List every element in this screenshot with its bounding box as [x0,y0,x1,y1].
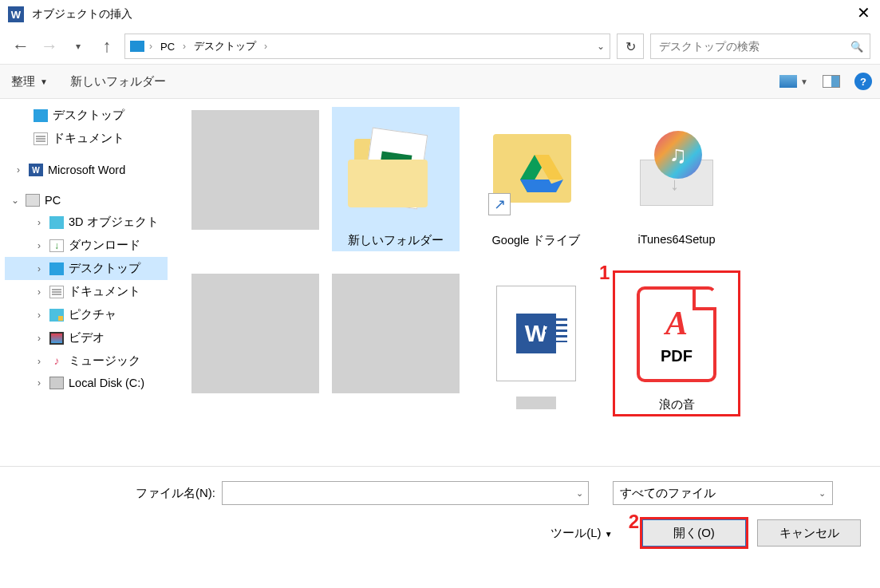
word-icon: W [29,164,43,176]
sidebar-item-pictures[interactable]: › ピクチャ [5,303,168,326]
chevron-right-icon: › [183,41,186,52]
chevron-down-icon: ▼ [605,530,613,539]
file-item-itunes[interactable]: ♫ ↓ iTunes64Setup [613,107,740,251]
chevron-right-icon[interactable]: › [34,217,45,228]
folder-thumb: X [332,110,460,230]
disk-icon [49,377,64,389]
file-thumb-redacted [191,274,319,393]
tree-label: ドキュメント [69,284,140,299]
tree-label: デスクトップ [69,261,140,276]
titlebar: W オブジェクトの挿入 ✕ [0,0,880,29]
address-bar[interactable]: › PC › デスクトップ › ⌄ [124,34,610,59]
chevron-down-icon[interactable]: ⌄ [597,41,605,52]
sidebar-item-music[interactable]: › ♪ ミュージック [5,349,168,373]
view-button[interactable]: ▼ [779,75,808,88]
tools-label: ツール(L) [550,526,601,539]
help-icon[interactable]: ? [854,73,872,90]
back-icon[interactable]: ← [10,36,32,57]
tree-label: 3D オブジェクト [69,215,159,230]
new-folder-label: 新しいフォルダー [70,74,166,89]
new-folder-button[interactable]: 新しいフォルダー [70,74,166,89]
chevron-right-icon[interactable]: › [34,310,45,321]
file-item-pdf-highlighted[interactable]: 1 A PDF 浪の音 [613,270,740,416]
recent-dropdown-icon[interactable]: ▾ [67,41,89,52]
search-input[interactable] [657,39,850,53]
video-icon [49,332,64,345]
cancel-label: キャンセル [779,526,839,541]
chevron-right-icon: › [264,41,267,52]
file-item-redacted[interactable] [191,107,319,251]
sidebar-item-documents[interactable]: ドキュメント [5,127,168,150]
sidebar-item-downloads[interactable]: › ダウンロード [5,234,168,257]
cancel-button[interactable]: キャンセル [757,519,861,547]
refresh-icon[interactable]: ↻ [617,34,644,59]
breadcrumb-desktop[interactable]: デスクトップ [191,39,259,53]
tree-label: Local Disk (C:) [69,377,144,389]
sidebar-item-desktop-selected[interactable]: › デスクトップ [5,257,168,280]
file-filter-combo[interactable]: すべてのファイル ⌄ [613,481,833,505]
file-name: Google ドライブ [492,233,581,248]
chevron-right-icon[interactable]: › [13,164,24,176]
organize-label: 整理 [11,74,35,89]
annotation-2: 2 [629,511,639,533]
file-thumb-redacted [191,110,319,230]
chevron-down-icon: ▼ [40,77,48,86]
tools-menu[interactable]: ツール(L) ▼ [550,526,612,541]
organize-menu[interactable]: 整理 ▼ [11,74,48,89]
chevron-right-icon[interactable]: › [34,240,45,251]
sidebar-item-videos[interactable]: › ビデオ [5,326,168,349]
open-button[interactable]: 開く(O) [642,519,746,547]
sidebar-item-3d[interactable]: › 3D オブジェクト [5,211,168,234]
close-icon[interactable]: ✕ [857,5,870,21]
chevron-right-icon[interactable]: › [34,286,45,298]
sidebar-item-pc[interactable]: ⌄ PC [5,190,168,211]
folder-tree[interactable]: デスクトップ ドキュメント › W Microsoft Word ⌄ PC › … [0,99,168,466]
chevron-right-icon: › [149,41,152,52]
sidebar-item-desktop[interactable]: デスクトップ [5,104,168,127]
forward-icon[interactable]: → [38,36,61,57]
breadcrumb-pc[interactable]: PC [157,41,178,53]
chevron-right-icon[interactable]: › [34,356,45,367]
document-icon [34,132,48,145]
file-filter-label: すべてのファイル [620,486,819,501]
sidebar-item-msword[interactable]: › W Microsoft Word [5,160,168,180]
tree-label: PC [45,194,61,207]
file-item-redacted[interactable] [332,270,460,416]
chevron-right-icon[interactable]: › [34,333,45,344]
install-arrow-icon: ↓ [670,174,679,195]
google-drive-icon [520,155,563,193]
sidebar-item-disk[interactable]: › Local Disk (C:) [5,373,168,393]
itunes-icon: ♫ [654,131,702,179]
folder-thumb: ↗ [472,110,600,230]
chevron-right-icon[interactable]: › [34,377,45,389]
tree-label: ドキュメント [53,131,124,146]
file-grid[interactable]: X 新しいフォルダー ↗ Google ドライブ [168,99,880,466]
download-icon [49,239,64,252]
bottom-bar: ファイル名(N): ⌄ すべてのファイル ⌄ ツール(L) ▼ 2 開く(O) … [0,466,880,558]
search-icon[interactable]: 🔍 [850,41,863,53]
window-title: オブジェクトの挿入 [32,7,132,22]
file-thumb: ♫ ↓ [613,110,740,230]
file-item-gdrive[interactable]: ↗ Google ドライブ [472,107,600,251]
tree-label: ピクチャ [69,307,116,322]
nav-bar: ← → ▾ ↑ › PC › デスクトップ › ⌄ ↻ 🔍 [0,29,880,64]
search-box[interactable]: 🔍 [650,34,870,59]
filename-label: ファイル名(N): [136,486,215,501]
file-item-redacted[interactable] [191,270,319,416]
chevron-down-icon[interactable]: ⌄ [576,488,583,499]
file-name: 浪の音 [659,397,695,412]
filename-input[interactable] [227,486,576,500]
file-name: 新しいフォルダー [348,233,444,248]
file-item-worddoc[interactable]: W [472,270,600,416]
pc-icon [26,194,40,207]
filename-combo[interactable]: ⌄ [222,481,589,505]
main-area: デスクトップ ドキュメント › W Microsoft Word ⌄ PC › … [0,99,880,466]
up-icon[interactable]: ↑ [96,36,118,57]
chevron-right-icon[interactable]: › [34,263,45,274]
chevron-down-icon[interactable]: ⌄ [10,195,21,206]
tree-label: ビデオ [69,330,105,345]
sidebar-item-documents2[interactable]: › ドキュメント [5,280,168,303]
preview-pane-icon[interactable] [823,75,840,88]
file-thumb: W [472,274,600,393]
file-item-newfolder[interactable]: X 新しいフォルダー [332,107,460,251]
